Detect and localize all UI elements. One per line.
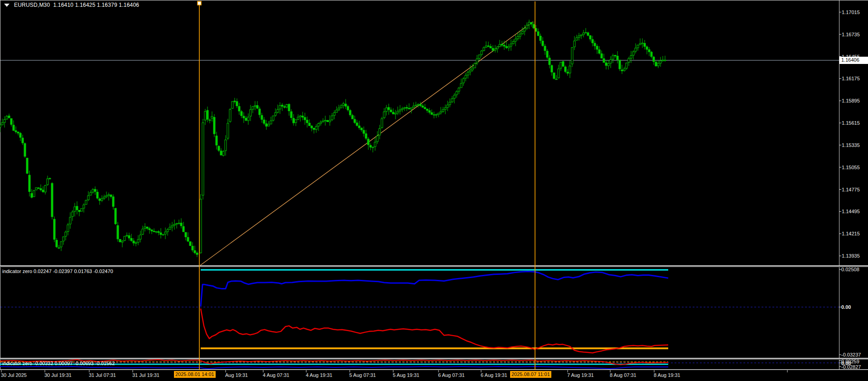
axis-left-border [839, 0, 839, 370]
chart-title: EURUSD,M30 1.16410 1.16425 1.16379 1.164… [14, 2, 139, 8]
current-price-box: 1.16406 [839, 57, 868, 64]
indicator1-blue-line [201, 272, 668, 307]
pane-separator-2[interactable] [0, 358, 868, 360]
indicator2-label: indicator zero -0.00332 0.00097 -0.00693… [2, 361, 115, 366]
ohlc-values: 1.16410 1.16425 1.16379 1.16406 [53, 2, 139, 8]
indicator1-label: indicator zero 0.02247 -0.02397 0.01763 … [2, 269, 113, 274]
symbol-dropdown-icon[interactable] [4, 4, 10, 7]
indicator1-red-line [201, 308, 668, 353]
pane-separator-1[interactable] [0, 265, 868, 267]
indicator2-blue-line [0, 366, 668, 369]
vline-selection-handle[interactable] [198, 1, 201, 5]
time-axis-highlight[interactable]: 2025.08.01 14:01 [174, 371, 216, 378]
vertical-line-1[interactable] [198, 1, 201, 370]
chart-canvas [0, 0, 868, 381]
window-top-border [0, 0, 868, 0]
time-axis-highlight[interactable]: 2025.08.07 11:01 [510, 371, 551, 378]
trend-line[interactable] [200, 22, 533, 265]
mt4-chart-window: EURUSD,M30 1.16410 1.16425 1.16379 1.164… [0, 0, 868, 381]
time-axis-border [0, 369, 868, 370]
candles [0, 20, 666, 257]
window-left-border [0, 0, 0, 370]
symbol-period: EURUSD,M30 [14, 2, 50, 8]
chart-title-bar: EURUSD,M30 1.16410 1.16425 1.16379 1.164… [0, 1, 139, 9]
time-axis-border-shadow [0, 370, 868, 370]
